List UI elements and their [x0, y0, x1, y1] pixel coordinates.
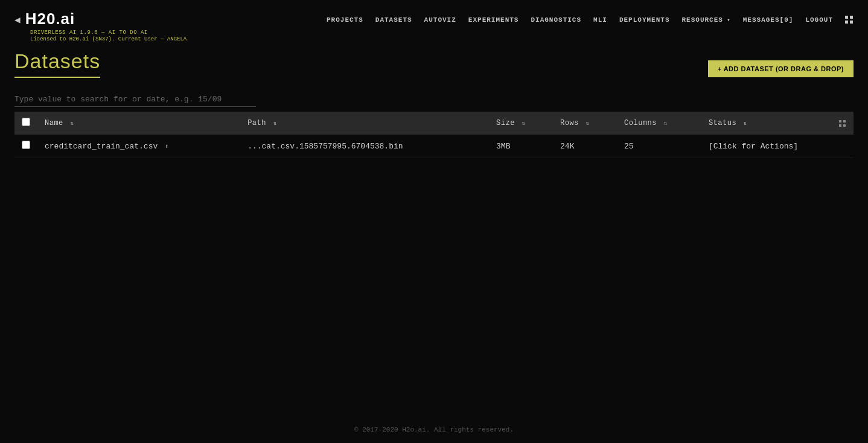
sort-arrows-columns: ⇅ — [664, 120, 668, 127]
row-size: 3MB — [489, 135, 553, 158]
nav-mli[interactable]: MLI — [593, 16, 607, 24]
back-arrow[interactable]: ◀ — [14, 14, 21, 26]
col-header-size[interactable]: Size ⇅ — [489, 112, 553, 135]
add-dataset-button[interactable]: + ADD DATASET (OR DRAG & DROP) — [708, 60, 854, 77]
nav-datasets[interactable]: DATASETS — [375, 16, 412, 24]
table-header-row: Name ⇅ Path ⇅ Size ⇅ Rows — [14, 112, 854, 135]
sort-arrows-rows: ⇅ — [586, 120, 590, 127]
row-rows: 24K — [553, 135, 617, 158]
app-logo[interactable]: H20.ai — [25, 10, 75, 28]
table-header-checkbox[interactable] — [14, 112, 37, 135]
status-text[interactable]: [Click for Actions] — [709, 142, 798, 151]
row-status[interactable]: [Click for Actions] — [701, 135, 854, 158]
search-container — [14, 92, 854, 107]
dataset-name-text: creditcard_train_cat.csv — [45, 142, 158, 151]
nav-experiments[interactable]: EXPERIMENTS — [468, 16, 519, 24]
sort-arrows-size: ⇅ — [522, 120, 526, 127]
sort-arrows-path: ⇅ — [273, 120, 277, 127]
col-header-path[interactable]: Path ⇅ — [240, 112, 489, 135]
nav-grid-icon[interactable] — [845, 16, 854, 24]
upload-icon: ⬆ — [165, 142, 169, 150]
row-path: ...cat.csv.1585757995.6704538.bin — [240, 135, 489, 158]
page-content: Datasets Name ⇅ — [0, 42, 868, 158]
col-header-status[interactable]: Status ⇅ — [701, 112, 854, 135]
app-subtitle: DRIVERLESS AI 1.9.0 — AI TO DO AI — [30, 30, 187, 36]
col-header-rows[interactable]: Rows ⇅ — [553, 112, 617, 135]
nav-logout[interactable]: LOGOUT — [805, 16, 833, 24]
select-all-checkbox[interactable] — [22, 118, 30, 126]
table-body: creditcard_train_cat.csv ⬆ ...cat.csv.15… — [14, 135, 854, 158]
main-nav: PROJECTS DATASETS AUTOVIZ EXPERIMENTS DI… — [327, 10, 854, 24]
col-header-columns[interactable]: Columns ⇅ — [617, 112, 701, 135]
nav-messages[interactable]: MESSAGES[0] — [743, 16, 794, 24]
page-title-section: Datasets — [14, 49, 100, 78]
header: ◀ H20.ai DRIVERLESS AI 1.9.0 — AI TO DO … — [0, 0, 868, 42]
table-grid-icon[interactable] — [839, 120, 846, 127]
row-columns: 25 — [617, 135, 701, 158]
row-checkbox-cell[interactable] — [14, 135, 37, 158]
datasets-table-container: Name ⇅ Path ⇅ Size ⇅ Rows — [14, 112, 854, 158]
row-name: creditcard_train_cat.csv ⬆ — [37, 135, 240, 158]
search-input[interactable] — [14, 92, 256, 107]
footer: © 2017-2020 H2o.ai. All rights reserved. — [0, 426, 868, 433]
sort-arrows-name: ⇅ — [71, 120, 74, 127]
nav-autoviz[interactable]: AUTOVIZ — [424, 16, 456, 24]
row-checkbox[interactable] — [22, 141, 30, 149]
sort-arrows-status: ⇅ — [744, 120, 747, 127]
footer-text: © 2017-2020 H2o.ai. All rights reserved. — [354, 426, 514, 433]
nav-diagnostics[interactable]: DIAGNOSTICS — [531, 16, 581, 24]
col-header-name[interactable]: Name ⇅ — [37, 112, 240, 135]
nav-projects[interactable]: PROJECTS — [327, 16, 363, 24]
nav-deployments[interactable]: DEPLOYMENTS — [619, 16, 670, 24]
app-license: Licensed to H20.ai (SN37). Current User … — [30, 36, 187, 42]
nav-resources[interactable]: RESOURCES — [682, 16, 731, 24]
table-row[interactable]: creditcard_train_cat.csv ⬆ ...cat.csv.15… — [14, 135, 854, 158]
logo-section: ◀ H20.ai DRIVERLESS AI 1.9.0 — AI TO DO … — [14, 10, 187, 42]
datasets-table: Name ⇅ Path ⇅ Size ⇅ Rows — [14, 112, 854, 158]
page-title: Datasets — [14, 49, 100, 73]
